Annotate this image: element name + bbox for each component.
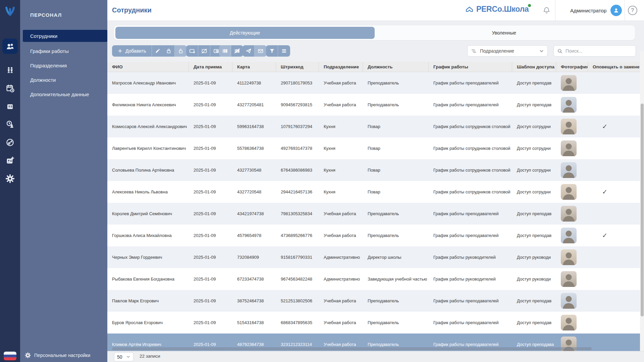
- cell-schedule: График работы преподавателей: [429, 312, 512, 334]
- page-size-value: 50: [117, 354, 122, 360]
- add-card-button[interactable]: [186, 45, 198, 57]
- filter-button[interactable]: [266, 45, 278, 57]
- cell-photo: [556, 137, 588, 159]
- cell-barcode: 1079176037294: [276, 116, 319, 137]
- page-size-select[interactable]: 50: [114, 352, 133, 361]
- cell-fio: Комиссаров Алексей Александрович: [107, 116, 189, 137]
- settings-icon[interactable]: [2, 171, 18, 186]
- table-row[interactable]: Павлов Марк Егорович2025-01-093875246473…: [107, 290, 640, 312]
- table-row[interactable]: Буров Ярослав Егорович2025-01-0951543164…: [107, 312, 640, 334]
- table-row[interactable]: Горшкова Алиса Михайловна2025-01-0945796…: [107, 225, 640, 246]
- sidebar-item-4[interactable]: Дополнительные данные: [20, 88, 107, 100]
- language-flag-ru-icon[interactable]: [4, 352, 16, 360]
- help-button[interactable]: ?: [628, 6, 637, 15]
- sidebar-item-0[interactable]: Сотрудники: [23, 30, 107, 42]
- add-button[interactable]: Добавить: [112, 45, 152, 57]
- cell-access: Доступ руководи: [512, 246, 556, 268]
- table-row[interactable]: Соловьева Полина Артёмовна2025-01-094327…: [107, 159, 640, 181]
- cell-access: Доступ сотрудни: [512, 159, 556, 181]
- gear-icon: [25, 352, 31, 358]
- personal-settings-button[interactable]: Персональные настройки: [25, 351, 107, 360]
- cell-fio: Алексеева Николь Львовна: [107, 181, 189, 203]
- table-row[interactable]: Королев Дмитрий Семёнович2025-01-0943421…: [107, 203, 640, 225]
- vertical-scrollbar-thumb[interactable]: [641, 104, 644, 316]
- horizontal-scrollbar-thumb[interactable]: [112, 347, 592, 350]
- notifications-bell-icon[interactable]: [543, 6, 550, 14]
- monitoring-icon[interactable]: [2, 117, 18, 132]
- sidebar-item-1[interactable]: Графики работы: [20, 45, 107, 57]
- cell-dept: Учебная работа: [319, 290, 363, 312]
- employee-photo: [561, 75, 577, 91]
- badge-add-icon[interactable]: [2, 153, 18, 168]
- cell-dept: Учебная работа: [319, 72, 363, 94]
- barcode-remove-button[interactable]: [231, 45, 243, 57]
- user-name: Администратор: [570, 8, 606, 13]
- cell-fio: Матросов Александр Иванович: [107, 72, 189, 94]
- badge-icon[interactable]: [2, 99, 18, 114]
- column-header-5[interactable]: Должность: [363, 62, 429, 72]
- cell-access: Доступ сотрудни: [512, 181, 556, 203]
- checkmark-icon: ✓: [602, 232, 607, 239]
- status-tabs: ДействующиеУволенные: [114, 25, 635, 40]
- search-input[interactable]: [566, 48, 632, 54]
- column-header-7[interactable]: Шаблон доступа: [512, 62, 556, 72]
- column-header-8[interactable]: Фотография: [556, 62, 588, 72]
- cell-photo: [556, 225, 588, 246]
- column-header-1[interactable]: Дата приема: [189, 62, 232, 72]
- toolbar-group: [219, 45, 243, 57]
- table-row[interactable]: Черных Эмир Гордеевич2025-01-09732084909…: [107, 246, 640, 268]
- cell-card: 38752464738: [232, 290, 276, 312]
- table-row[interactable]: Матросов Александр Иванович2025-01-09411…: [107, 72, 640, 94]
- cell-card: 43421974738: [232, 203, 276, 225]
- column-header-9[interactable]: Оповещать о замене: [588, 62, 640, 72]
- cell-position: Преподаватель: [363, 312, 429, 334]
- cell-dept: Кухня: [319, 137, 363, 159]
- table-header: ФИОДата приемаКартаШтрихкодПодразделение…: [107, 62, 640, 72]
- department-filter-dropdown[interactable]: Подразделение: [467, 45, 548, 57]
- cell-barcode: 2944216457136: [276, 181, 319, 203]
- cell-notify: ✓: [588, 116, 640, 137]
- list-settings-button[interactable]: [278, 45, 290, 57]
- cell-access: Доступ преподав: [512, 72, 556, 94]
- cell-schedule: График работы преподавателей: [429, 225, 512, 246]
- column-header-2[interactable]: Карта: [232, 62, 276, 72]
- tab-1[interactable]: Уволенные: [375, 27, 634, 39]
- cell-date: 2025-01-09: [189, 94, 232, 116]
- lock-button[interactable]: [163, 45, 175, 57]
- access-keys-icon[interactable]: [2, 135, 18, 150]
- vertical-scrollbar[interactable]: [640, 51, 644, 351]
- table-row[interactable]: Комиссаров Алексей Александрович2025-01-…: [107, 116, 640, 137]
- cell-position: Директор школы: [363, 246, 429, 268]
- visitors-icon[interactable]: [2, 62, 18, 77]
- column-header-0[interactable]: ФИО: [107, 62, 189, 72]
- cell-access: Доступ сотрудни: [512, 116, 556, 137]
- column-header-3[interactable]: Штрихкод: [276, 62, 319, 72]
- cell-card: 67233474738: [232, 268, 276, 290]
- column-header-4[interactable]: Подразделение: [319, 62, 363, 72]
- user-menu[interactable]: Администратор: [570, 0, 622, 21]
- employee-table: Матросов Александр Иванович2025-01-09411…: [107, 72, 640, 351]
- cell-fio: Павлов Марк Егорович: [107, 290, 189, 312]
- edit-button[interactable]: [152, 45, 164, 57]
- table-row[interactable]: Алексеева Николь Львовна2025-01-09432772…: [107, 181, 640, 203]
- table-row[interactable]: Рыбакова Евгения Богдановна2025-01-09672…: [107, 268, 640, 290]
- barcode-button[interactable]: [219, 45, 231, 57]
- table-row[interactable]: Лаврентьев Кирилл Константинович2025-01-…: [107, 137, 640, 159]
- remove-card-button[interactable]: [198, 45, 210, 57]
- unlock-button[interactable]: [175, 45, 187, 57]
- send-telegram-button[interactable]: [243, 45, 255, 57]
- sidebar-item-2[interactable]: Подразделения: [20, 59, 107, 71]
- table-row[interactable]: Филимонов Никита Алексеевич2025-01-09432…: [107, 94, 640, 116]
- cell-barcode: 9158167790331: [276, 246, 319, 268]
- send-email-button[interactable]: [255, 45, 267, 57]
- column-header-6[interactable]: График работы: [429, 62, 512, 72]
- employees-icon[interactable]: [2, 39, 18, 54]
- tab-0[interactable]: Действующие: [115, 27, 375, 39]
- sidebar-item-3[interactable]: Должности: [20, 74, 107, 86]
- schedules-icon[interactable]: [2, 80, 18, 96]
- employee-photo: [561, 315, 577, 330]
- records-count: 22 записи: [140, 354, 160, 359]
- employee-photo: [561, 162, 577, 178]
- cell-position: Преподаватель: [363, 225, 429, 246]
- sidebar: ПЕРСОНАЛ СотрудникиГрафики работыПодразд…: [20, 0, 107, 362]
